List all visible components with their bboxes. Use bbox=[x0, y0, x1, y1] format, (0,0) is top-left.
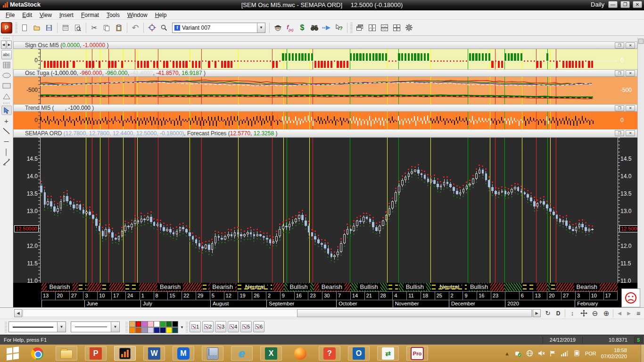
tile-horizontal-button[interactable] bbox=[378, 22, 390, 34]
close-button[interactable]: ✕ bbox=[633, 1, 642, 8]
layout-button-3[interactable]: 3 bbox=[215, 321, 226, 332]
forecaster-button[interactable] bbox=[321, 22, 333, 34]
ellipse-tool-button[interactable] bbox=[1, 71, 12, 80]
panel-close-button[interactable]: ✕ bbox=[626, 42, 635, 49]
menu-tools[interactable]: Tools bbox=[103, 11, 124, 19]
panel-close-button[interactable]: ✕ bbox=[626, 105, 635, 111]
panel-titlebar-tuga[interactable]: Osc Tuga (-1,000.00, -960.000, -960.000,… bbox=[13, 69, 637, 77]
grid-tool-button[interactable] bbox=[1, 60, 12, 70]
color-swatch[interactable] bbox=[172, 327, 178, 333]
panel-restore-button[interactable]: ❐ bbox=[615, 70, 624, 76]
variant-combo[interactable]: fVariant 007 ▼ bbox=[172, 23, 265, 33]
explorer-search-button[interactable] bbox=[308, 22, 321, 34]
page-setup-button[interactable] bbox=[59, 22, 72, 34]
battery-icon[interactable] bbox=[573, 350, 580, 356]
triangle-tool-button[interactable] bbox=[1, 91, 12, 101]
tile-grid-button[interactable] bbox=[390, 22, 403, 34]
panel-close-button[interactable]: ✕ bbox=[626, 130, 635, 136]
color-swatch[interactable] bbox=[129, 321, 135, 327]
color-swatch[interactable] bbox=[154, 321, 160, 327]
securities-button[interactable]: $ bbox=[296, 22, 308, 34]
color-swatch[interactable] bbox=[166, 327, 172, 333]
cascade-windows-button[interactable] bbox=[354, 22, 366, 34]
taskbar-powerpoint[interactable]: P bbox=[85, 346, 107, 361]
taskbar-internet-explorer[interactable]: e bbox=[231, 346, 253, 361]
combo-dropdown-arrow[interactable]: ▼ bbox=[111, 322, 119, 332]
open-button[interactable] bbox=[31, 22, 43, 34]
menu-window[interactable]: Window bbox=[124, 11, 151, 19]
taskbar-file-explorer[interactable] bbox=[56, 346, 77, 361]
menu-file[interactable]: File bbox=[2, 11, 18, 19]
crosshair-tool-button[interactable]: + bbox=[1, 116, 12, 125]
restore-button[interactable]: ❐ bbox=[620, 1, 630, 8]
taskbar-chrome[interactable] bbox=[26, 346, 48, 361]
layout-button-1[interactable]: 1 bbox=[190, 321, 201, 332]
taskbar-excel[interactable]: X bbox=[260, 346, 282, 361]
panel-scroll-box[interactable] bbox=[638, 39, 644, 44]
data-window-button[interactable]: ≡ bbox=[634, 309, 643, 318]
taskbar-clock[interactable]: 18:58 07/02/2020 bbox=[601, 347, 627, 360]
menu-view[interactable]: View bbox=[36, 11, 56, 19]
taskbar-word[interactable]: W bbox=[143, 346, 165, 361]
page-back-button[interactable]: ◀ bbox=[615, 309, 624, 318]
cut-button[interactable]: ✂ bbox=[88, 22, 100, 34]
menu-insert[interactable]: Insert bbox=[56, 11, 77, 19]
taskbar-metastock-active[interactable] bbox=[114, 346, 136, 361]
tile-vertical-button[interactable] bbox=[366, 22, 378, 34]
zoom-drag-button[interactable] bbox=[158, 22, 170, 34]
horizontal-line-tool-button[interactable]: ─ bbox=[1, 137, 12, 146]
scroll-right-arrow[interactable]: ▶ bbox=[533, 309, 541, 317]
print-preview-button[interactable] bbox=[72, 22, 84, 34]
color-swatch[interactable] bbox=[166, 321, 172, 327]
scroll-right-button[interactable]: ▶ bbox=[7, 41, 12, 49]
pan-button[interactable] bbox=[579, 309, 588, 318]
color-swatch[interactable] bbox=[160, 321, 166, 327]
scroll-left-button[interactable]: ◀ bbox=[1, 41, 6, 49]
menu-format[interactable]: Format bbox=[77, 11, 103, 19]
show-desktop-button[interactable] bbox=[641, 345, 644, 362]
new-chart-button[interactable] bbox=[18, 22, 31, 34]
color-swatch[interactable] bbox=[141, 327, 148, 333]
rectangle-tool-button[interactable] bbox=[1, 81, 12, 90]
language-indicator[interactable]: POR bbox=[585, 351, 596, 356]
taskbar-metastock-pro[interactable]: Pro bbox=[406, 346, 428, 361]
usb-status-icon[interactable] bbox=[514, 350, 521, 357]
action-center-flag-icon[interactable] bbox=[550, 350, 556, 357]
vertical-scale-button[interactable]: ↕ bbox=[568, 309, 577, 318]
taskbar-firefox[interactable] bbox=[289, 346, 311, 361]
combo-dropdown-arrow[interactable]: ▼ bbox=[57, 322, 66, 332]
taskbar-calculator[interactable] bbox=[202, 346, 223, 361]
layout-button-4[interactable]: 4 bbox=[228, 321, 239, 332]
horizontal-scrollbar-thumb[interactable] bbox=[297, 309, 532, 317]
palette-dropdown-arrow[interactable]: ▼ bbox=[180, 325, 184, 329]
color-swatch[interactable] bbox=[135, 321, 141, 327]
undo-button[interactable]: ↶ bbox=[129, 22, 141, 34]
taskbar-outlook[interactable]: O bbox=[348, 346, 370, 361]
vertical-line-tool-button[interactable]: │ bbox=[1, 147, 12, 156]
color-swatch[interactable] bbox=[160, 327, 166, 333]
panel-titlebar-sign[interactable]: Sign Osc MI5 (0.0000, -1.00000 )❐✕ bbox=[13, 41, 637, 49]
context-help-button[interactable]: ? bbox=[333, 22, 345, 34]
explorer-button[interactable] bbox=[272, 22, 284, 34]
color-swatch[interactable] bbox=[141, 321, 148, 327]
color-swatch[interactable] bbox=[129, 327, 135, 333]
target-tool-button[interactable] bbox=[146, 22, 158, 34]
signal-bars-icon[interactable] bbox=[561, 350, 568, 356]
scroll-left-arrow[interactable]: ◀ bbox=[14, 309, 22, 317]
taskbar-maxthon[interactable]: M bbox=[173, 346, 194, 361]
layout-button-6[interactable]: 6 bbox=[253, 321, 264, 332]
taskbar-sync-app[interactable]: ⇄ bbox=[377, 346, 399, 361]
color-swatch[interactable] bbox=[135, 327, 141, 333]
copy-button[interactable] bbox=[100, 22, 113, 34]
minimize-button[interactable]: — bbox=[608, 1, 618, 8]
taskbar-help[interactable]: ? bbox=[319, 346, 340, 361]
paste-button[interactable] bbox=[113, 22, 125, 34]
menu-edit[interactable]: Edit bbox=[18, 11, 36, 19]
page-forward-button[interactable]: ▶ bbox=[624, 309, 634, 318]
hidden-icons-caret[interactable]: ▲ bbox=[504, 351, 510, 356]
speaker-muted-icon[interactable] bbox=[538, 350, 545, 356]
color-swatch[interactable] bbox=[154, 327, 160, 333]
menu-help[interactable]: Help bbox=[151, 11, 171, 19]
panel-close-button[interactable]: ✕ bbox=[626, 70, 635, 76]
text-tool-button[interactable]: abc bbox=[1, 50, 12, 59]
